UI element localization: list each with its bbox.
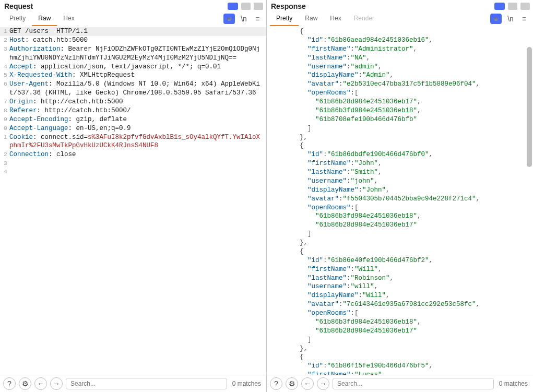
- code-line[interactable]: 7Origin: http://catch.htb:5000: [0, 98, 266, 106]
- code-line[interactable]: "avatar":"e2b5310ec47bba317c5f1b5889e96f…: [267, 80, 533, 89]
- response-footer: ? ⚙ ← → 0 matches: [267, 375, 533, 392]
- panel-badge-icon[interactable]: [494, 3, 505, 10]
- tab-pretty[interactable]: Pretty: [270, 11, 299, 26]
- code-line[interactable]: "username":"john",: [267, 177, 533, 186]
- panel-control-icon[interactable]: [254, 3, 263, 10]
- request-pane: Request PrettyRawHex ≡ \n ≡ 1GET /users …: [0, 0, 267, 392]
- code-line[interactable]: 1Cookie: connect.sid=s%3AFuI8k2pfvfGdvAx…: [0, 133, 266, 151]
- panel-badge-icon[interactable]: [228, 3, 238, 10]
- request-footer: ? ⚙ ← → 0 matches: [0, 375, 266, 392]
- code-line[interactable]: 3Authorization: Bearer NjFiODZhZWFkOTg0Z…: [0, 45, 266, 63]
- code-line[interactable]: 1GET /users HTTP/1.1: [0, 27, 266, 36]
- code-line[interactable]: "lastName":"NA",: [267, 54, 533, 63]
- tab-render[interactable]: Render: [348, 11, 381, 26]
- code-line[interactable]: "id":"61b86aead984e2451036eb16",: [267, 36, 533, 45]
- code-line[interactable]: "61b8708efe190b466d476bfb": [267, 115, 533, 124]
- code-line[interactable]: "openRooms":[: [267, 309, 533, 318]
- code-line[interactable]: },: [267, 133, 533, 142]
- code-line[interactable]: 2Connection: close: [0, 150, 266, 159]
- tab-hex[interactable]: Hex: [324, 11, 347, 26]
- response-match-count: 0 matches: [497, 380, 530, 387]
- code-line[interactable]: "avatar":"7c6143461e935a67981cc292e53c58…: [267, 300, 533, 309]
- code-line[interactable]: {: [267, 247, 533, 256]
- code-line[interactable]: },: [267, 239, 533, 247]
- request-tabs: PrettyRawHex: [3, 11, 81, 26]
- code-line[interactable]: "61b86b28d984e2451036eb17",: [267, 98, 533, 106]
- request-editor[interactable]: 1GET /users HTTP/1.12Host: catch.htb:500…: [0, 26, 266, 375]
- code-line[interactable]: "openRooms":[: [267, 89, 533, 98]
- response-pane: Response PrettyRawHexRender ≡ \n ≡ { "id…: [267, 0, 533, 392]
- next-icon[interactable]: →: [317, 377, 329, 390]
- gear-icon[interactable]: ⚙: [19, 377, 31, 390]
- code-line[interactable]: 2Host: catch.htb:5000: [0, 36, 266, 45]
- code-line[interactable]: "openRooms":[: [267, 204, 533, 212]
- menu-icon[interactable]: ≡: [253, 15, 262, 23]
- gear-icon[interactable]: ⚙: [286, 377, 298, 390]
- code-line[interactable]: 3: [0, 159, 266, 168]
- code-line[interactable]: "61b86b3fd984e2451036eb18",: [267, 212, 533, 221]
- request-title: Request: [3, 2, 34, 10]
- request-match-count: 0 matches: [230, 380, 263, 387]
- code-line[interactable]: "displayName":"Admin",: [267, 71, 533, 80]
- code-line[interactable]: "id":"61b86f15fe190b466d476bf5",: [267, 362, 533, 371]
- response-tabs: PrettyRawHexRender: [270, 11, 381, 26]
- tab-raw[interactable]: Raw: [299, 11, 324, 26]
- code-line[interactable]: 6User-Agent: Mozilla/5.0 (Windows NT 10.…: [0, 80, 266, 98]
- response-editor[interactable]: { "id":"61b86aead984e2451036eb16", "firs…: [267, 26, 533, 375]
- tab-raw[interactable]: Raw: [32, 11, 57, 26]
- code-line[interactable]: "lastName":"Robinson",: [267, 274, 533, 283]
- code-line[interactable]: "avatar":"f5504305b704452bba9c94e228f271…: [267, 195, 533, 204]
- menu-icon[interactable]: ≡: [519, 15, 529, 23]
- code-line[interactable]: "username":"admin",: [267, 63, 533, 72]
- actions-icon[interactable]: ≡: [223, 14, 235, 24]
- code-line[interactable]: "firstName":"Will",: [267, 265, 533, 274]
- code-line[interactable]: {: [267, 141, 533, 150]
- code-line[interactable]: "displayName":"Will",: [267, 291, 533, 300]
- code-line[interactable]: 4: [0, 168, 266, 176]
- code-line[interactable]: "username":"will",: [267, 282, 533, 291]
- code-line[interactable]: ]: [267, 230, 533, 239]
- tab-pretty[interactable]: Pretty: [3, 11, 32, 26]
- code-line[interactable]: },: [267, 345, 533, 353]
- code-line[interactable]: "61b86b28d984e2451036eb17": [267, 221, 533, 230]
- code-line[interactable]: 0Accept-Language: en-US,en;q=0.9: [0, 124, 266, 133]
- code-line[interactable]: "firstName":"John",: [267, 159, 533, 168]
- response-title: Response: [270, 2, 307, 10]
- code-line[interactable]: "firstName":"Administrator",: [267, 45, 533, 54]
- newline-icon[interactable]: \n: [239, 15, 248, 23]
- prev-icon[interactable]: ←: [301, 377, 314, 390]
- request-search-input[interactable]: [66, 378, 227, 389]
- code-line[interactable]: 9Accept-Encoding: gzip, deflate: [0, 115, 266, 124]
- code-line[interactable]: "61b86b3fd984e2451036eb18",: [267, 318, 533, 327]
- code-line[interactable]: 4Accept: application/json, text/javascri…: [0, 63, 266, 72]
- help-icon[interactable]: ?: [270, 377, 282, 390]
- code-line[interactable]: {: [267, 27, 533, 36]
- code-line[interactable]: "lastName":"Smith",: [267, 168, 533, 177]
- panel-control-icon[interactable]: [241, 3, 251, 10]
- response-search-input[interactable]: [333, 378, 494, 389]
- code-line[interactable]: "firstName":"Lucas",: [267, 371, 533, 375]
- code-line[interactable]: "61b86b3fd984e2451036eb18",: [267, 106, 533, 115]
- scrollbar-handle[interactable]: [527, 47, 532, 167]
- actions-icon[interactable]: ≡: [490, 14, 502, 24]
- code-line[interactable]: ]: [267, 336, 533, 345]
- code-line[interactable]: "displayName":"John",: [267, 186, 533, 195]
- newline-icon[interactable]: \n: [506, 15, 515, 23]
- code-line[interactable]: "id":"61b86dbdfe190b466d476bf0",: [267, 150, 533, 159]
- code-line[interactable]: 8Referer: http://catch.htb:5000/: [0, 106, 266, 115]
- code-line[interactable]: {: [267, 353, 533, 362]
- tab-hex[interactable]: Hex: [57, 11, 80, 26]
- panel-control-icon[interactable]: [520, 3, 530, 10]
- code-line[interactable]: "id":"61b86e40fe190b466d476bf2",: [267, 256, 533, 265]
- code-line[interactable]: 5X-Requested-With: XMLHttpRequest: [0, 71, 266, 80]
- next-icon[interactable]: →: [50, 377, 63, 390]
- prev-icon[interactable]: ←: [34, 377, 47, 390]
- code-line[interactable]: "61b86b28d984e2451036eb17": [267, 327, 533, 336]
- code-line[interactable]: ]: [267, 124, 533, 133]
- help-icon[interactable]: ?: [3, 377, 16, 390]
- panel-control-icon[interactable]: [508, 3, 517, 10]
